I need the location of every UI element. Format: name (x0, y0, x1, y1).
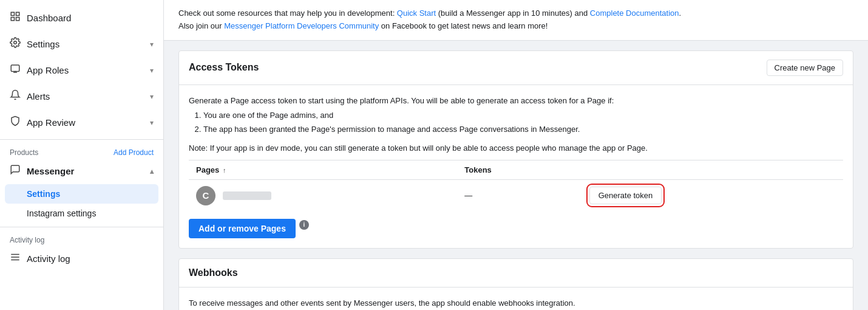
access-tokens-description: Generate a Page access token to start us… (189, 95, 843, 136)
sidebar-item-label: Alerts (27, 91, 50, 102)
sidebar-item-app-review[interactable]: App Review ▾ (0, 109, 163, 136)
access-tokens-body: Generate a Page access token to start us… (179, 85, 853, 248)
sidebar: Dashboard Settings ▾ App Roles ▾ Alerts … (0, 0, 164, 310)
col-action (582, 160, 843, 179)
messenger-label: Messenger (27, 166, 74, 176)
sidebar-sub-item-settings[interactable]: Settings (5, 184, 158, 204)
banner-text-before-qs: Check out some resources that may help y… (178, 9, 397, 18)
svg-rect-1 (16, 12, 19, 15)
token-table: Pages ↑ Tokens C (189, 160, 843, 212)
products-label: Products (10, 148, 38, 157)
banner-text-end: on Facebook to get latest news and learn… (379, 21, 548, 30)
sidebar-item-label: App Roles (27, 65, 69, 75)
activity-log-label: Activity log (10, 236, 44, 244)
info-icon[interactable]: i (299, 220, 309, 230)
chevron-up-icon: ▴ (150, 167, 154, 176)
webhooks-header: Webhooks (179, 259, 853, 288)
generate-token-cell: Generate token (582, 179, 843, 212)
svg-rect-0 (11, 12, 14, 15)
alerts-icon (10, 89, 21, 103)
svg-rect-3 (11, 18, 14, 21)
complete-docs-link[interactable]: Complete Documentation (590, 9, 679, 18)
condition-2: The app has been granted the Page's perm… (203, 123, 843, 136)
col-tokens: Tokens (457, 160, 581, 179)
app-roles-icon (10, 63, 21, 77)
generate-token-button[interactable]: Generate token (589, 187, 662, 204)
svg-rect-5 (11, 65, 19, 72)
access-tokens-card: Access Tokens Create new Page Generate a… (178, 50, 853, 249)
page-name-placeholder (223, 191, 271, 200)
messenger-icon (10, 164, 21, 178)
banner-text-after-docs: . (679, 9, 682, 18)
page-cell: C (189, 179, 457, 212)
dashboard-icon (10, 11, 21, 25)
add-remove-pages-button[interactable]: Add or remove Pages (189, 219, 296, 238)
sort-icon: ↑ (223, 167, 226, 174)
content-area: Access Tokens Create new Page Generate a… (164, 41, 868, 310)
products-section: Products Add Product (0, 143, 163, 158)
sidebar-item-label: Settings (27, 39, 59, 49)
webhooks-body: To receive messages and other events sen… (179, 288, 853, 310)
access-tokens-title: Access Tokens (189, 62, 259, 73)
activity-log-item-label: Activity log (27, 253, 70, 264)
app-review-icon (10, 115, 21, 129)
top-banner: Check out some resources that may help y… (164, 0, 868, 41)
sidebar-item-label: Dashboard (27, 13, 71, 23)
svg-rect-2 (16, 18, 19, 21)
sidebar-item-messenger[interactable]: Messenger ▴ (0, 158, 163, 184)
divider (0, 139, 163, 140)
sidebar-item-dashboard[interactable]: Dashboard (0, 5, 163, 31)
banner-text-second: Also join our (178, 21, 224, 30)
activity-log-section-label: Activity log (0, 231, 163, 246)
token-cell: — (457, 179, 581, 212)
chevron-down-icon: ▾ (150, 40, 154, 49)
main-content: Check out some resources that may help y… (164, 0, 868, 310)
access-tokens-header: Access Tokens Create new Page (179, 51, 853, 85)
description-line1: Generate a Page access token to start us… (189, 96, 614, 105)
col-pages: Pages ↑ (189, 160, 457, 179)
chevron-down-icon: ▾ (150, 92, 154, 101)
community-link[interactable]: Messenger Platform Developers Community (224, 21, 379, 30)
sidebar-item-label: App Review (27, 117, 75, 128)
access-conditions-list: You are one of the Page admins, and The … (203, 109, 843, 136)
quick-start-link[interactable]: Quick Start (397, 9, 436, 18)
banner-text-middle: (build a Messenger app in 10 minutes) an… (436, 9, 590, 18)
table-header-row: Pages ↑ Tokens (189, 160, 843, 179)
sidebar-item-alerts[interactable]: Alerts ▾ (0, 83, 163, 109)
chevron-down-icon: ▾ (150, 119, 154, 127)
add-product-link[interactable]: Add Product (114, 148, 154, 157)
divider2 (0, 227, 163, 227)
create-new-page-button[interactable]: Create new Page (767, 60, 843, 76)
webhooks-title: Webhooks (189, 267, 238, 278)
page-avatar: C (196, 186, 215, 205)
svg-point-4 (14, 41, 17, 44)
add-remove-row: Add or remove Pages i (189, 212, 843, 238)
sidebar-item-app-roles[interactable]: App Roles ▾ (0, 57, 163, 83)
webhooks-card: Webhooks To receive messages and other e… (178, 258, 853, 310)
webhooks-description: To receive messages and other events sen… (189, 297, 843, 310)
activity-log-icon (10, 252, 21, 266)
sidebar-sub-item-instagram[interactable]: Instagram settings (0, 204, 163, 223)
table-row: C — Generate token (189, 179, 843, 212)
condition-1: You are one of the Page admins, and (203, 109, 843, 122)
access-tokens-note: Note: If your app is in dev mode, you ca… (189, 143, 843, 153)
sidebar-item-settings[interactable]: Settings ▾ (0, 31, 163, 57)
settings-icon (10, 37, 21, 51)
chevron-down-icon: ▾ (150, 66, 154, 75)
sidebar-item-activity-log[interactable]: Activity log (0, 246, 163, 272)
